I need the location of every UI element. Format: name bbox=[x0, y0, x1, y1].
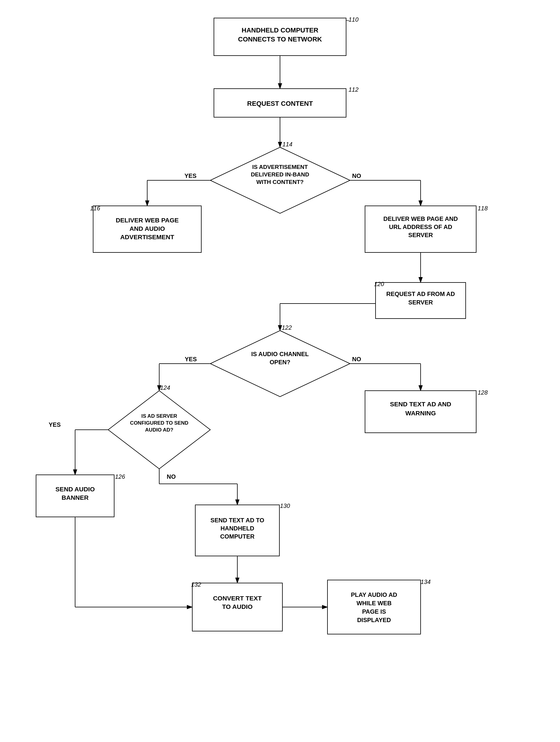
svg-text:126: 126 bbox=[115, 473, 125, 480]
svg-text:DELIVERED IN-BAND: DELIVERED IN-BAND bbox=[251, 171, 309, 177]
svg-text:HANDHELD: HANDHELD bbox=[221, 525, 254, 532]
svg-text:YES: YES bbox=[185, 356, 197, 362]
svg-text:116: 116 bbox=[90, 205, 100, 212]
svg-text:SEND TEXT AD TO: SEND TEXT AD TO bbox=[211, 517, 264, 524]
svg-text:NO: NO bbox=[352, 172, 361, 179]
svg-text:128: 128 bbox=[478, 389, 488, 396]
svg-text:CONVERT TEXT: CONVERT TEXT bbox=[213, 595, 262, 602]
svg-text:110: 110 bbox=[348, 16, 358, 23]
svg-text:122: 122 bbox=[282, 324, 292, 331]
svg-text:120: 120 bbox=[374, 281, 384, 287]
svg-text:BANNER: BANNER bbox=[62, 494, 89, 501]
svg-text:URL ADDRESS OF AD: URL ADDRESS OF AD bbox=[389, 224, 452, 230]
svg-text:AND AUDIO: AND AUDIO bbox=[129, 225, 165, 232]
svg-text:SERVER: SERVER bbox=[408, 299, 433, 306]
svg-text:DELIVER WEB PAGE: DELIVER WEB PAGE bbox=[116, 217, 179, 224]
flowchart: HANDHELD COMPUTER CONNECTS TO NETWORK 11… bbox=[0, 0, 560, 742]
svg-text:AUDIO AD?: AUDIO AD? bbox=[145, 427, 173, 433]
svg-text:WARNING: WARNING bbox=[405, 410, 436, 417]
svg-text:TO AUDIO: TO AUDIO bbox=[222, 603, 253, 610]
svg-text:132: 132 bbox=[191, 581, 201, 588]
svg-text:130: 130 bbox=[280, 502, 290, 509]
svg-text:IS AUDIO CHANNEL: IS AUDIO CHANNEL bbox=[251, 351, 309, 357]
svg-text:CONFIGURED TO SEND: CONFIGURED TO SEND bbox=[130, 420, 188, 426]
svg-text:WITH CONTENT?: WITH CONTENT? bbox=[256, 179, 303, 185]
svg-rect-82 bbox=[328, 580, 421, 634]
svg-text:COMPUTER: COMPUTER bbox=[220, 533, 255, 540]
svg-text:PAGE IS: PAGE IS bbox=[362, 608, 386, 615]
svg-text:IS AD SERVER: IS AD SERVER bbox=[141, 413, 177, 419]
svg-text:OPEN?: OPEN? bbox=[270, 359, 290, 365]
svg-text:YES: YES bbox=[49, 421, 61, 428]
svg-text:ADVERTISEMENT: ADVERTISEMENT bbox=[120, 233, 174, 241]
svg-text:118: 118 bbox=[478, 205, 488, 212]
svg-text:NO: NO bbox=[352, 356, 361, 362]
flowchart-svg: HANDHELD COMPUTER CONNECTS TO NETWORK 11… bbox=[0, 0, 560, 742]
svg-text:DISPLAYED: DISPLAYED bbox=[357, 617, 391, 623]
svg-text:CONNECTS TO NETWORK: CONNECTS TO NETWORK bbox=[238, 36, 322, 43]
svg-text:YES: YES bbox=[184, 172, 197, 179]
svg-text:IS ADVERTISEMENT: IS ADVERTISEMENT bbox=[252, 164, 307, 170]
svg-text:134: 134 bbox=[421, 579, 431, 585]
svg-text:SEND AUDIO: SEND AUDIO bbox=[55, 486, 95, 492]
svg-text:REQUEST CONTENT: REQUEST CONTENT bbox=[247, 100, 313, 107]
svg-text:REQUEST AD FROM AD: REQUEST AD FROM AD bbox=[386, 290, 455, 297]
svg-text:PLAY AUDIO AD: PLAY AUDIO AD bbox=[351, 591, 397, 598]
svg-text:SEND TEXT AD AND: SEND TEXT AD AND bbox=[390, 401, 451, 408]
svg-text:124: 124 bbox=[160, 384, 170, 391]
svg-text:114: 114 bbox=[282, 141, 292, 148]
svg-text:DELIVER WEB PAGE AND: DELIVER WEB PAGE AND bbox=[383, 215, 458, 222]
svg-text:SERVER: SERVER bbox=[408, 232, 433, 238]
svg-text:HANDHELD COMPUTER: HANDHELD COMPUTER bbox=[241, 26, 319, 34]
svg-text:NO: NO bbox=[167, 473, 176, 480]
svg-text:WHILE WEB: WHILE WEB bbox=[356, 600, 392, 606]
svg-text:112: 112 bbox=[348, 86, 358, 93]
